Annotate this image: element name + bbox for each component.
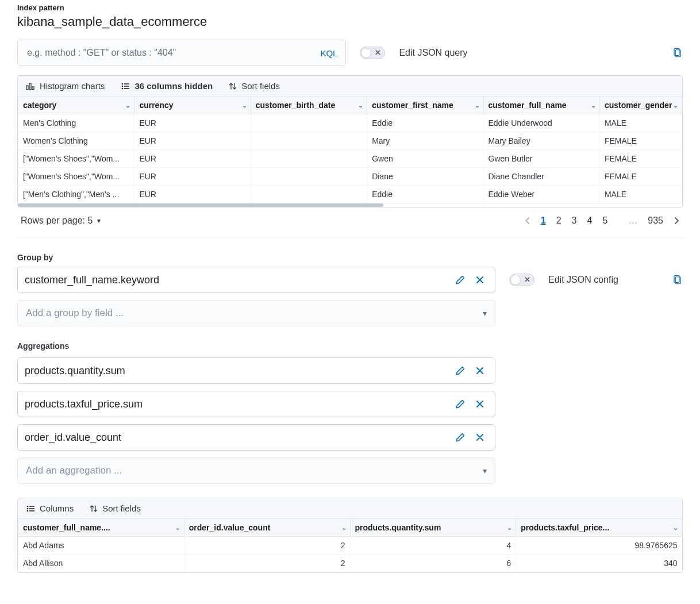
group-by-field-box[interactable]: customer_full_name.keyword — [17, 267, 495, 293]
result-grid: Columns Sort fields customer_full_name..… — [17, 498, 683, 573]
chevron-down-icon: ▾ — [97, 217, 101, 225]
sort-icon — [90, 505, 98, 513]
cell: 4 — [350, 537, 516, 555]
index-pattern-label: Index pattern — [17, 3, 683, 12]
table-row[interactable]: ["Women's Shoes","Wom...EURDianeDiane Ch… — [18, 168, 682, 186]
query-bar[interactable]: KQL — [17, 40, 346, 66]
column-header[interactable]: customer_gender⌄ — [599, 97, 682, 114]
chevron-down-icon: ▾ — [483, 466, 487, 475]
svg-point-15 — [27, 510, 29, 511]
sort-fields-label: Sort fields — [241, 81, 280, 91]
cell: FEMALE — [599, 132, 682, 150]
aggregation-field-box[interactable]: order_id.value_count — [17, 424, 495, 451]
sort-fields-label: Sort fields — [102, 503, 141, 513]
sort-fields-button[interactable]: Sort fields — [229, 81, 280, 91]
columns-icon — [26, 505, 35, 513]
page-number[interactable]: 2 — [556, 216, 561, 225]
column-header[interactable]: currency⌄ — [134, 97, 251, 114]
prev-page-button[interactable] — [525, 217, 530, 225]
aggregation-field-box[interactable]: products.taxful_price.sum — [17, 391, 495, 417]
close-icon[interactable] — [472, 429, 488, 445]
table-row[interactable]: Men's ClothingEUREddieEddie UnderwoodMAL… — [18, 114, 682, 132]
page-last[interactable]: 935 — [648, 216, 663, 226]
table-row[interactable]: Abd Allison26340 — [18, 555, 682, 572]
horizontal-scrollbar[interactable] — [18, 203, 682, 207]
add-group-by-field-box[interactable]: Add a group by field ... ▾ — [17, 300, 495, 326]
cell: Eddie — [367, 114, 483, 132]
chevron-down-icon: ▾ — [483, 309, 487, 318]
page-number[interactable]: 4 — [587, 216, 592, 225]
table-row[interactable]: ["Men's Clothing","Men's ...EUREddieEddi… — [18, 186, 682, 203]
page-number[interactable]: 1 — [541, 216, 546, 225]
page-number[interactable]: 5 — [602, 216, 607, 225]
close-icon[interactable] — [472, 363, 488, 379]
clipboard-icon[interactable] — [672, 47, 683, 59]
column-header[interactable]: products.quantity.sum⌄ — [350, 519, 516, 537]
rows-per-page-label: Rows per page: 5 — [21, 216, 93, 226]
column-header[interactable]: customer_full_name....⌄ — [18, 519, 184, 537]
aggregation-field-text: order_id.value_count — [25, 432, 452, 444]
add-group-by-placeholder: Add a group by field ... — [26, 307, 483, 319]
pencil-icon[interactable] — [452, 396, 468, 412]
group-by-label: Group by — [17, 253, 683, 262]
cell: 2 — [184, 555, 350, 572]
cell: EUR — [134, 114, 251, 132]
svg-rect-2 — [26, 86, 28, 90]
chevron-down-icon: ⌄ — [125, 102, 130, 109]
columns-hidden-button[interactable]: 36 columns hidden — [121, 81, 213, 91]
pencil-icon[interactable] — [452, 272, 468, 288]
cell: EUR — [134, 186, 251, 203]
column-header[interactable]: customer_first_name⌄ — [367, 97, 483, 114]
cell: FEMALE — [599, 168, 682, 186]
cell — [251, 114, 367, 132]
aggregation-field-text: products.quantity.sum — [25, 365, 452, 377]
cell — [251, 186, 367, 203]
svg-point-14 — [27, 507, 29, 509]
clipboard-icon[interactable] — [672, 274, 683, 286]
sort-fields-button[interactable]: Sort fields — [90, 503, 141, 513]
svg-point-6 — [122, 85, 124, 87]
cell: Diane — [367, 168, 483, 186]
column-header[interactable]: customer_full_name⌄ — [483, 97, 599, 114]
columns-icon — [121, 82, 130, 90]
cell: EUR — [134, 132, 251, 150]
page-number[interactable]: 3 — [572, 216, 577, 225]
add-aggregation-box[interactable]: Add an aggregation ... ▾ — [17, 457, 495, 484]
close-icon[interactable] — [472, 272, 488, 288]
columns-button[interactable]: Columns — [26, 503, 74, 513]
svg-point-13 — [27, 505, 29, 507]
cell: 2 — [184, 537, 350, 555]
cell: Diane Chandler — [483, 168, 599, 186]
cell: Abd Adams — [18, 537, 184, 555]
column-header[interactable]: customer_birth_date⌄ — [251, 97, 367, 114]
pencil-icon[interactable] — [452, 429, 468, 445]
rows-per-page-selector[interactable]: Rows per page: 5 ▾ — [21, 216, 101, 226]
edit-json-config-switch[interactable]: ✕ — [509, 274, 534, 286]
cell: Eddie Weber — [483, 186, 599, 203]
close-icon[interactable] — [472, 396, 488, 412]
table-row[interactable]: Women's ClothingEURMaryMary BaileyFEMALE — [18, 132, 682, 150]
cell: ["Women's Shoes","Wom... — [18, 168, 134, 186]
aggregation-field-box[interactable]: products.quantity.sum — [17, 357, 495, 384]
column-header[interactable]: category⌄ — [18, 97, 134, 114]
aggregations-label: Aggregations — [17, 341, 683, 351]
next-page-button[interactable] — [674, 217, 679, 225]
group-by-field-text: customer_full_name.keyword — [25, 274, 452, 286]
chevron-down-icon: ⌄ — [475, 102, 480, 109]
table-row[interactable]: Abd Adams2498.9765625 — [18, 537, 682, 555]
table-row[interactable]: ["Women's Shoes","Wom...EURGwenGwen Butl… — [18, 150, 682, 168]
edit-json-query-switch[interactable]: ✕ — [360, 47, 385, 59]
bar-chart-icon — [26, 82, 35, 90]
query-language-label[interactable]: KQL — [320, 48, 337, 58]
sort-icon — [229, 82, 237, 90]
column-header[interactable]: products.taxful_price...⌄ — [516, 519, 682, 537]
chevron-down-icon: ⌄ — [358, 102, 363, 109]
cell: ["Women's Shoes","Wom... — [18, 150, 134, 168]
cell: EUR — [134, 168, 251, 186]
histogram-charts-button[interactable]: Histogram charts — [26, 81, 105, 91]
chevron-down-icon: ⌄ — [507, 524, 512, 532]
pencil-icon[interactable] — [452, 363, 468, 379]
query-input[interactable] — [26, 47, 320, 59]
column-header[interactable]: order_id.value_count⌄ — [184, 519, 350, 537]
cell: Gwen Butler — [483, 150, 599, 168]
